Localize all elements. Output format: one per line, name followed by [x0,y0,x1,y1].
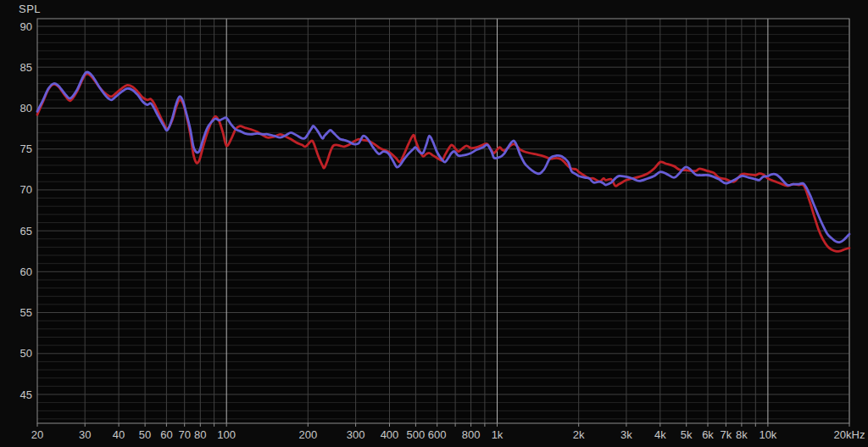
y-tick-label: 80 [20,102,32,115]
axis-ticks [37,423,849,427]
y-tick-label: 55 [20,306,32,319]
y-tick-label: 85 [20,61,32,74]
x-tick-label: 70 [178,428,190,441]
x-tick-label: 8k [736,428,748,441]
y-tick-label: 60 [20,265,32,278]
x-tick-label: 2k [573,428,585,441]
y-tick-label: 45 [20,388,32,401]
plot-background [37,19,849,423]
x-tick-label: 20 [31,428,43,441]
spl-graph-panel: SPL 908580757065605550452030405060708010… [0,0,868,447]
x-tick-label: 4k [654,428,666,441]
x-tick-label: 20kHz [834,428,865,441]
x-tick-label: 40 [113,428,125,441]
x-tick-label: 7k [721,428,732,441]
y-tick-label: 90 [20,20,32,33]
x-tick-label: 5k [681,428,693,441]
frequency-response-chart: 9085807570656055504520304050607080100200… [0,0,868,447]
x-tick-label: 400 [381,428,399,441]
x-tick-label: 50 [139,428,151,441]
x-tick-label: 1k [492,428,504,441]
x-tick-label: 300 [347,428,365,441]
x-tick-label: 100 [217,428,236,441]
y-tick-label: 70 [20,183,32,196]
x-tick-label: 6k [702,428,714,441]
x-tick-label: 80 [194,428,206,441]
x-tick-label: 500 [407,428,426,441]
y-tick-label: 50 [20,347,32,360]
x-tick-label: 3k [620,428,632,441]
y-tick-label: 75 [20,142,32,155]
x-tick-label: 60 [160,428,172,441]
x-tick-label: 800 [462,428,481,441]
x-tick-label: 200 [298,428,317,441]
x-tick-label: 10k [759,428,776,441]
x-tick-label: 30 [79,428,91,441]
x-tick-label: 600 [428,428,447,441]
y-tick-label: 65 [20,225,32,237]
